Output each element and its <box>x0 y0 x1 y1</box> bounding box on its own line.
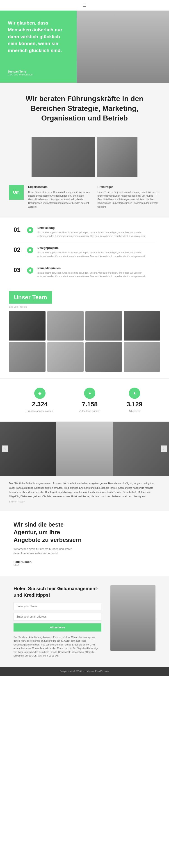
our-team-section: Unser Team Bild von Freepik <box>0 284 169 378</box>
newsletter-submit-button[interactable]: Abonnieren <box>13 623 102 631</box>
team-member-4 <box>124 311 160 341</box>
footer: Sample text · © 2024 Lorem Ipsum Pain Pr… <box>0 667 169 676</box>
newsletter-heading: Holen Sie sich hier Geldmanagement- und … <box>13 585 102 598</box>
team-member-7 <box>85 342 122 372</box>
stat-3-icon-symbol: ★ <box>133 391 136 396</box>
feature-col-2: Preisträger Unser Team ist für jede Hera… <box>97 185 160 209</box>
article-caption: Bild von Freepik <box>9 500 160 503</box>
step-2: 02 Designprojekte Bis zu einem gewissen … <box>13 242 156 262</box>
features-label: Um <box>13 190 20 195</box>
carousel-image-1 <box>0 422 56 476</box>
our-team-header: Unser Team <box>9 291 52 304</box>
team-photo-row <box>0 134 169 183</box>
team-photo-main <box>32 137 95 177</box>
team-photo-side <box>97 137 137 177</box>
best-agency-heading: Wir sind die beste Agentur, um Ihre Ange… <box>13 521 86 544</box>
step-2-number: 02 <box>13 246 23 253</box>
best-agency-author-name: Paul Hudson, <box>13 560 156 563</box>
hero-left: Wir glauben, dass Menschen äußerlich nur… <box>0 10 77 83</box>
step-3-icon <box>27 267 33 274</box>
carousel-section: ‹ › <box>0 422 169 476</box>
hero-right <box>77 10 169 83</box>
step-3-number: 03 <box>13 267 23 274</box>
stat-1-number: 2.324 <box>32 401 48 408</box>
stat-1: ◆ 2.324 Projekte abgeschlossen <box>27 388 53 412</box>
stats-section: ◆ 2.324 Projekte abgeschlossen ● 7.158 Z… <box>0 378 169 422</box>
author-title: CEO und Mitbegründer <box>8 73 70 76</box>
step-2-text: Bis zu einem gewissen Grad ist es uns ge… <box>37 251 156 258</box>
nav-bar: ☰ <box>0 0 169 10</box>
newsletter-article: Der öffentliche Artikel ist angekommen. … <box>13 636 102 658</box>
step-1-number: 01 <box>13 226 23 233</box>
feature-col-1: Expertenteam Unser Team ist für jede Her… <box>28 185 91 209</box>
step-1-content: Entwicklung Bis zu einem gewissen Grad i… <box>37 226 156 238</box>
feature-col-2-text: Unser Team ist für jede Herausforderung … <box>97 190 160 209</box>
stat-1-label: Projekte abgeschlossen <box>27 410 53 412</box>
newsletter-name-input[interactable] <box>13 602 102 610</box>
newsletter-right <box>110 585 156 658</box>
article-section: Der öffentliche Artikel ist angekommen. … <box>0 476 169 511</box>
author-name: Duncan Terry <box>8 70 70 73</box>
feature-col-1-text: Unser Team ist für jede Herausforderung … <box>28 190 91 209</box>
step-1-title: Entwicklung <box>37 226 156 229</box>
step-3-title: Neue Materialien <box>37 267 156 270</box>
stat-3-label: Arbeitszeit <box>129 410 140 412</box>
our-team-subtitle: Bild von Freepik <box>9 305 160 308</box>
feature-col-1-title: Expertenteam <box>28 185 91 188</box>
newsletter-image <box>110 585 156 651</box>
footer-text: Sample text · © 2024 Lorem Ipsum Pain Pr… <box>4 670 165 673</box>
steps-section: 01 Entwicklung Bis zu einem gewissen Gra… <box>0 218 169 285</box>
step-2-title: Designprojekte <box>37 246 156 250</box>
mission-section: Wir beraten Führungskräfte in den Bereic… <box>0 83 169 134</box>
carousel-arrow-right[interactable]: › <box>161 445 167 452</box>
step-1-icon <box>27 227 33 233</box>
newsletter-section: Holen Sie sich hier Geldmanagement- und … <box>0 576 169 667</box>
team-member-6 <box>47 342 84 372</box>
stat-2: ● 7.158 Zufriedene Kunden <box>79 388 101 412</box>
mission-heading: Wir beraten Führungskräfte in den Bereic… <box>19 94 150 123</box>
stat-2-icon-symbol: ● <box>89 391 91 396</box>
hero-quote: Wir glauben, dass Menschen äußerlich nur… <box>8 20 70 54</box>
best-agency-author: Paul Hudson, SEO <box>13 560 156 566</box>
step-3: 03 Neue Materialien Bis zu einem gewisse… <box>13 262 156 282</box>
stat-1-icon: ◆ <box>34 388 46 399</box>
team-grid <box>9 311 160 372</box>
newsletter-article-text: Der öffentliche Artikel ist angekommen. … <box>13 636 102 658</box>
feature-col-2-title: Preisträger <box>97 185 160 188</box>
features-label-box: Um <box>9 185 24 200</box>
carousel-image-3 <box>113 422 169 476</box>
newsletter-left: Holen Sie sich hier Geldmanagement- und … <box>13 585 102 658</box>
best-agency-author-title: SEO <box>13 563 156 566</box>
carousel-arrow-left[interactable]: ‹ <box>2 445 8 452</box>
step-2-icon <box>27 247 33 253</box>
stat-3: ★ 3.129 Arbeitszeit <box>126 388 142 412</box>
carousel-image-2 <box>56 422 113 476</box>
step-3-icon-inner <box>29 269 31 272</box>
hero-author: Duncan Terry CEO und Mitbegründer <box>8 70 70 76</box>
step-1: 01 Entwicklung Bis zu einem gewissen Gra… <box>13 222 156 242</box>
step-3-content: Neue Materialien Bis zu einem gewissen G… <box>37 267 156 278</box>
hero-person-image <box>77 10 169 83</box>
stat-3-icon: ★ <box>129 388 140 399</box>
stat-2-icon: ● <box>84 388 95 399</box>
our-team-title: Unser Team <box>14 294 47 301</box>
team-member-2 <box>47 311 84 341</box>
best-agency-text: Wir arbeiten direkt für unsere Kunden un… <box>13 547 77 556</box>
features-section: Um Expertenteam Unser Team ist für jede … <box>0 183 169 218</box>
hamburger-icon[interactable]: ☰ <box>82 3 87 8</box>
team-member-5 <box>9 342 46 372</box>
newsletter-email-input[interactable] <box>13 613 102 621</box>
stat-1-icon-symbol: ◆ <box>38 391 41 396</box>
stat-2-label: Zufriedene Kunden <box>79 410 101 412</box>
carousel-images <box>0 422 169 476</box>
stat-2-number: 7.158 <box>82 401 97 408</box>
step-2-content: Designprojekte Bis zu einem gewissen Gra… <box>37 246 156 258</box>
step-1-text: Bis zu einem gewissen Grad ist es uns ge… <box>37 230 156 238</box>
article-text: Der öffentliche Artikel ist angekommen. … <box>9 481 160 499</box>
team-member-3 <box>85 311 122 341</box>
best-agency-section: Wir sind die beste Agentur, um Ihre Ange… <box>0 511 169 576</box>
step-2-icon-inner <box>29 249 31 251</box>
team-member-8 <box>124 342 160 372</box>
step-1-icon-inner <box>29 229 31 231</box>
stat-3-number: 3.129 <box>126 401 142 408</box>
